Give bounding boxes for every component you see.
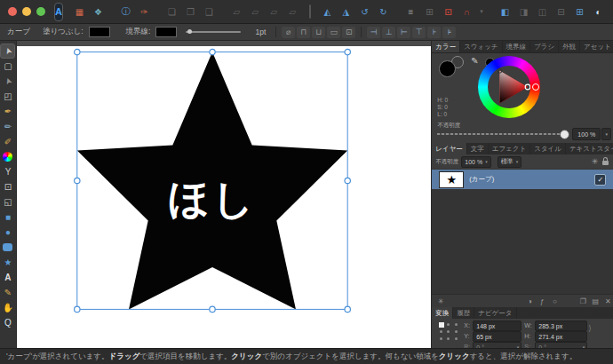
export-persona-icon[interactable]: ❖ (91, 4, 106, 20)
snapping-presets-icon[interactable]: ⊞ (422, 4, 437, 20)
align-right-icon[interactable]: ⊢ (397, 27, 410, 38)
add-layer-icon[interactable]: ❐ (577, 297, 589, 305)
opacity-stepper[interactable]: ▾ (601, 128, 611, 140)
adjustment-icon[interactable]: ◑ (523, 297, 536, 305)
star-text[interactable]: ほし (168, 176, 257, 222)
anchor-selector[interactable] (439, 322, 458, 342)
boolean-intersect-icon[interactable]: ◫ (535, 4, 550, 20)
anchor-top-left[interactable] (439, 322, 444, 328)
handle-bottom-right[interactable] (345, 306, 350, 312)
align-left-icon[interactable]: ⊣ (367, 27, 380, 38)
view-tool[interactable]: ✋ (0, 300, 15, 315)
tab-text-styles[interactable]: テキストスタイル (566, 143, 613, 154)
layer-options-icon[interactable]: ✳ (434, 297, 447, 305)
clipping-icon[interactable]: ❐ (183, 4, 198, 20)
handle-top-left[interactable] (75, 49, 80, 54)
document-page[interactable]: ほし (17, 46, 432, 348)
anchor-bottom-right[interactable] (455, 337, 458, 340)
document-setup-icon[interactable]: ❏ (164, 4, 179, 20)
handle-bottom-center[interactable] (210, 306, 215, 312)
flip-vertical-icon[interactable]: ◮ (338, 4, 354, 20)
layer-opacity-dropdown[interactable]: 100 %▾ (461, 156, 490, 168)
pen-tool[interactable]: ✒ (0, 104, 15, 119)
fill-tool[interactable] (0, 149, 15, 164)
fill-stroke-swatches[interactable] (439, 56, 469, 79)
tab-assets[interactable]: アセット (580, 41, 613, 52)
insert-behind-icon[interactable]: ◓ (609, 4, 613, 20)
ellipse-tool[interactable]: ● (0, 225, 15, 240)
link-dimensions-icon[interactable]: ⟩ (588, 324, 592, 333)
handle-top-center[interactable] (210, 49, 215, 54)
delete-layer-icon[interactable]: ✕ (601, 297, 613, 305)
layer-settings-icon[interactable]: ✳ (592, 157, 599, 166)
boolean-add-icon[interactable]: ◧ (498, 4, 513, 20)
corner-tool[interactable]: ◱ (0, 194, 15, 210)
opacity-slider[interactable] (437, 133, 563, 135)
snapping-magnet-icon[interactable]: ∩ (459, 4, 474, 20)
anchor-middle-right[interactable] (455, 330, 458, 333)
x-input[interactable]: 148 px (473, 320, 521, 331)
artistic-text-tool[interactable]: A (0, 270, 15, 285)
boolean-divide-icon[interactable]: ⊟ (553, 4, 569, 20)
blend-mode-dropdown[interactable]: 標準▾ (498, 156, 522, 168)
layer-name[interactable]: (カーブ) (469, 175, 494, 184)
h-input[interactable]: 271.4 px (535, 331, 587, 342)
group-layers-icon[interactable]: ▤ (589, 297, 601, 305)
hsl-color-wheel[interactable] (478, 56, 540, 118)
info-icon[interactable]: ⓘ (118, 4, 133, 20)
boolean-combine-icon[interactable]: ⊞ (572, 4, 587, 20)
rounded-rectangle-tool[interactable] (0, 240, 15, 255)
group-icon[interactable]: ▱ (248, 4, 263, 20)
stroke-pressure-icon[interactable]: ⊡ (342, 27, 355, 38)
slider-knob[interactable] (187, 29, 192, 34)
anchor-top-right[interactable] (455, 323, 458, 326)
anchor-middle-left[interactable] (440, 330, 442, 333)
order-icon[interactable]: ≡ (403, 4, 418, 20)
hue-ring-marker[interactable] (532, 83, 539, 91)
document-title[interactable]: <名称未設定> (210.7%) (309, 4, 311, 19)
w-input[interactable]: 285.3 px (535, 320, 587, 331)
rotate-ccw-icon[interactable]: ↺ (357, 4, 372, 20)
transparency-tool[interactable]: Y (0, 164, 15, 179)
vector-crop-tool[interactable]: ⊡ (0, 179, 15, 194)
stroke-width-slider[interactable] (186, 31, 241, 33)
tab-stroke[interactable]: 境界線 (503, 41, 531, 52)
stroke-style-icon[interactable]: ▭ (327, 27, 340, 38)
duplicate-icon[interactable]: ▱ (229, 4, 244, 20)
flip-horizontal-icon[interactable]: ◭ (320, 4, 335, 20)
layer-row[interactable]: ★ (カーブ) ✓ (432, 170, 613, 189)
ungroup-icon[interactable]: ▱ (267, 4, 282, 20)
designer-persona-button[interactable]: A (54, 3, 63, 21)
insert-inside-icon[interactable]: ◐ (591, 4, 606, 20)
snapping-caret-icon[interactable]: ▾ (478, 4, 485, 20)
align-bottom-icon[interactable]: ⊧ (442, 27, 456, 38)
anchor-top-center[interactable] (447, 323, 450, 326)
rotate-canvas-icon[interactable]: ❑ (202, 4, 217, 20)
layer-lock-icon[interactable] (602, 161, 609, 165)
layer-thumbnail[interactable]: ★ (439, 171, 464, 188)
handle-middle-right[interactable] (345, 178, 350, 183)
tab-styles[interactable]: スタイル (530, 143, 566, 154)
y-input[interactable]: 65 px (473, 331, 521, 342)
tab-history[interactable]: 履歴 (453, 307, 474, 319)
rectangle-tool[interactable]: ■ (0, 210, 15, 225)
stroke-swatch[interactable] (155, 27, 177, 37)
minimize-button[interactable] (22, 7, 31, 16)
pixel-persona-icon[interactable]: ▦ (72, 4, 87, 20)
snapping-options-icon[interactable]: ⊡ (441, 4, 456, 20)
fill-swatch[interactable] (89, 27, 110, 37)
tab-navigator[interactable]: ナビゲータ (474, 307, 516, 319)
stroke-align-icon[interactable]: ⊔ (312, 27, 325, 38)
pencil-tool[interactable]: ✏ (0, 119, 15, 134)
stroke-join-icon[interactable]: ⊓ (297, 27, 310, 38)
point-transform-tool[interactable]: ◰ (0, 89, 15, 104)
tab-brushes[interactable]: ブラシ (530, 41, 559, 52)
zoom-button[interactable] (36, 7, 45, 16)
zoom-tool[interactable]: Q (0, 315, 15, 330)
anchor-bottom-left[interactable] (440, 337, 442, 340)
layer-visibility-checkbox[interactable]: ✓ (594, 174, 606, 186)
layer-list[interactable]: ★ (カーブ) ✓ (432, 169, 613, 294)
star-tool[interactable]: ★ (0, 255, 15, 270)
lock-icon[interactable]: ▱ (285, 4, 300, 20)
anchor-center[interactable] (447, 330, 450, 333)
